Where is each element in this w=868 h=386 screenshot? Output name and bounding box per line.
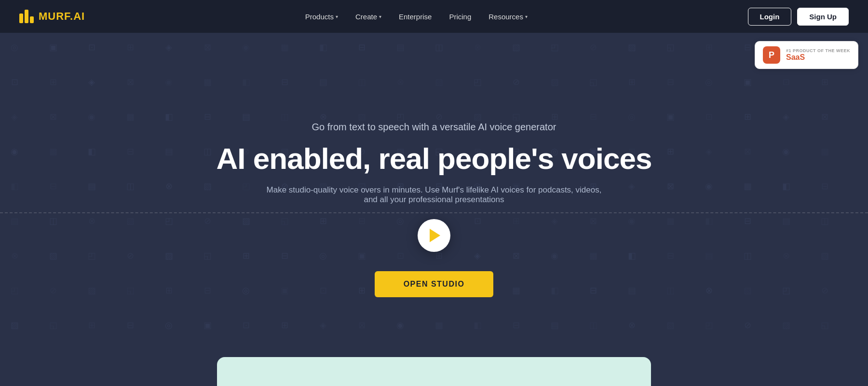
product-hunt-logo: P <box>763 46 780 64</box>
bg-icon: ◧ <box>458 308 497 343</box>
bg-icon: ◧ <box>0 169 34 204</box>
bg-icon: ▧ <box>420 65 458 99</box>
bg-icon: ◫ <box>728 238 767 273</box>
bg-icon: ◱ <box>574 65 612 99</box>
bg-icon: ▤ <box>535 308 574 343</box>
bg-icon: ⊟ <box>34 169 72 204</box>
bg-icon: ▨ <box>149 238 188 273</box>
bg-icon: ⊘ <box>497 65 535 99</box>
ph-product-name: SaaS <box>786 53 850 62</box>
bg-icon: ◫ <box>574 308 612 343</box>
bg-icon: ◧ <box>149 99 188 134</box>
bg-icon: ◫ <box>651 273 690 308</box>
bg-icon: ▣ <box>34 30 72 65</box>
bg-icon: ◰ <box>149 204 188 238</box>
bg-icon: ◉ <box>227 30 265 65</box>
bg-icon: ▣ <box>728 65 767 99</box>
bg-icon: ◉ <box>381 308 420 343</box>
bg-icon: ◈ <box>0 99 34 134</box>
bg-icon: ▧ <box>111 204 149 238</box>
bg-icon: ⊡ <box>767 65 805 99</box>
bg-icon: ◈ <box>304 308 342 343</box>
play-button[interactable] <box>418 219 450 252</box>
bg-icon: ⊗ <box>149 169 188 204</box>
bg-icon: ⊟ <box>497 308 535 343</box>
open-studio-button[interactable]: OPEN STUDIO <box>375 271 494 297</box>
bg-icon: ◧ <box>767 169 805 204</box>
bg-icon: ⊗ <box>458 30 497 65</box>
bg-icon: ◧ <box>72 134 111 169</box>
bg-icon: ⊞ <box>690 30 728 65</box>
nav-resources[interactable]: Resources ▾ <box>482 9 534 25</box>
logo[interactable]: MURF.AI <box>19 10 85 23</box>
nav-pricing[interactable]: Pricing <box>442 9 478 25</box>
nav-products[interactable]: Products ▾ <box>298 9 345 25</box>
bg-icon: ⊞ <box>265 308 304 343</box>
bg-icon: ▧ <box>805 238 844 273</box>
signup-button[interactable]: Sign Up <box>797 8 849 26</box>
bg-icon: ◱ <box>651 30 690 65</box>
bg-icon: ◫ <box>34 204 72 238</box>
bg-icon: ▦ <box>265 30 304 65</box>
bg-icon: ◉ <box>690 169 728 204</box>
bottom-preview-card <box>217 357 651 386</box>
bg-icon: ⊠ <box>111 65 149 99</box>
nav-create[interactable]: Create ▾ <box>349 9 388 25</box>
bg-icon: ▤ <box>690 238 728 273</box>
nav-buttons: Login Sign Up <box>748 8 849 26</box>
bg-icon: ◧ <box>227 65 265 99</box>
bg-icon: ⊟ <box>265 65 304 99</box>
bg-icon: ▤ <box>767 204 805 238</box>
bg-icon: ⊠ <box>34 99 72 134</box>
bg-icon: ⊞ <box>805 65 844 99</box>
hero-section: const icons = ['🎵','📹','🎙','💻','📱','🎓','… <box>0 0 868 386</box>
play-icon <box>430 229 440 242</box>
bg-icon: ▦ <box>188 65 227 99</box>
bg-icon: ◰ <box>72 238 111 273</box>
bg-icon: ▨ <box>767 308 805 343</box>
bg-icon: ▣ <box>188 308 227 343</box>
bg-icon: ◰ <box>0 273 34 308</box>
ph-badge-label: #1 PRODUCT OF THE WEEK <box>786 48 850 53</box>
bg-icon: ▨ <box>612 30 651 65</box>
bg-icon: ⊞ <box>612 65 651 99</box>
bg-icon: ⊗ <box>381 65 420 99</box>
bg-icon: ◎ <box>0 30 34 65</box>
bg-icon: ▨ <box>0 308 34 343</box>
nav-links: Products ▾ Create ▾ Enterprise Pricing R… <box>298 9 534 25</box>
bg-icon: ⊘ <box>728 308 767 343</box>
create-chevron-icon: ▾ <box>379 14 381 19</box>
bg-icon: ▦ <box>111 99 149 134</box>
logo-bar-3 <box>30 16 34 23</box>
logo-bar-2 <box>25 10 28 23</box>
bg-icon: ◈ <box>690 134 728 169</box>
hero-content: Go from text to speech with a versatile … <box>217 122 652 297</box>
nav-enterprise[interactable]: Enterprise <box>392 9 438 25</box>
ph-text: #1 PRODUCT OF THE WEEK SaaS <box>786 48 850 62</box>
bg-icon: ⊡ <box>690 99 728 134</box>
bg-icon: ◉ <box>149 65 188 99</box>
bg-icon: ⊟ <box>111 134 149 169</box>
bg-icon: ◉ <box>72 99 111 134</box>
products-chevron-icon: ▾ <box>336 14 338 19</box>
bg-icon: ▦ <box>651 204 690 238</box>
login-button[interactable]: Login <box>748 8 792 26</box>
hero-subtitle: Go from text to speech with a versatile … <box>312 122 556 133</box>
bg-icon: ◧ <box>690 204 728 238</box>
bg-icon: ⊞ <box>34 65 72 99</box>
hero-description: Make studio-quality voice overs in minut… <box>265 185 603 205</box>
bg-icon: ▤ <box>72 169 111 204</box>
bg-icon: ⊠ <box>728 134 767 169</box>
bg-icon: ◈ <box>72 65 111 99</box>
hero-title: AI enabled, real people's voices <box>217 142 652 175</box>
bg-icon: ⊟ <box>805 169 844 204</box>
bg-icon: ▤ <box>149 134 188 169</box>
bg-icon: ⊘ <box>111 238 149 273</box>
bg-icon: ◱ <box>34 308 72 343</box>
bg-icon: ◫ <box>805 204 844 238</box>
bg-icon: ▨ <box>535 65 574 99</box>
bg-icon: ▧ <box>497 30 535 65</box>
product-hunt-badge[interactable]: P #1 PRODUCT OF THE WEEK SaaS <box>755 41 858 69</box>
bg-icon: ⊞ <box>111 30 149 65</box>
bg-icon: ◱ <box>805 308 844 343</box>
